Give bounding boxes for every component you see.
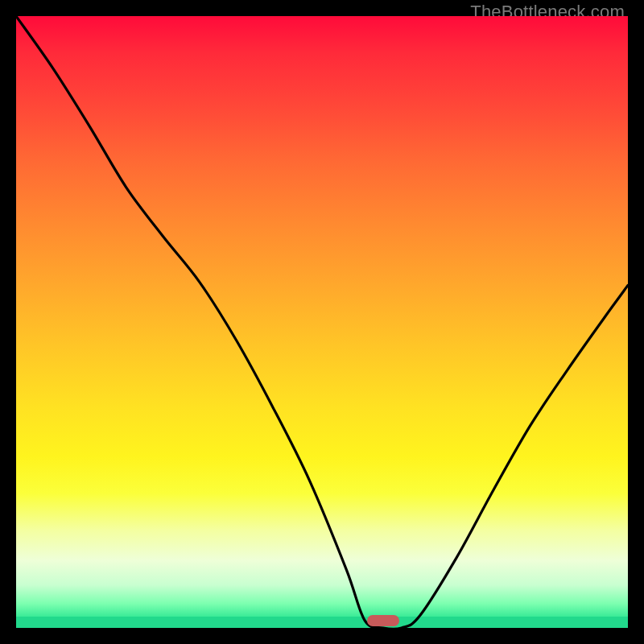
optimal-marker <box>367 615 399 626</box>
bottleneck-curve <box>16 16 628 628</box>
plot-area <box>16 16 628 628</box>
chart-frame: TheBottleneck.com <box>0 0 644 644</box>
